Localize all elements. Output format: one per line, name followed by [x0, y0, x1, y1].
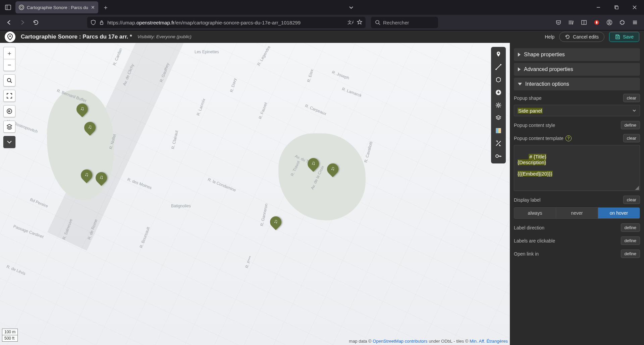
zoom-out-button[interactable]: −	[3, 59, 15, 71]
map-title[interactable]: Cartographie Sonore : Parcs du 17e arr. …	[21, 33, 132, 40]
umap-logo-icon[interactable]	[5, 31, 15, 42]
field-popup-shape: Popup shape clear Side panel	[514, 94, 640, 116]
group-advanced-properties[interactable]: Advanced properties	[514, 63, 640, 76]
center-zoom-button[interactable]	[492, 137, 504, 149]
display-label-clear-button[interactable]: clear	[623, 196, 640, 204]
osm-contributors-link[interactable]: OpenStreetMap contributors	[373, 339, 427, 344]
popup-shape-select[interactable]: Side panel	[514, 105, 640, 116]
tracking-shield-icon[interactable]	[91, 20, 96, 25]
browser-tab[interactable]: Cartographie Sonore : Parcs du ✕	[15, 1, 98, 13]
display-label-label: Display label	[514, 197, 540, 203]
street-label: Les Epinettes	[195, 50, 219, 54]
import-button[interactable]	[492, 86, 504, 98]
map-marker[interactable]: ♫	[84, 122, 96, 137]
chevron-down-icon	[632, 109, 636, 113]
lock-icon[interactable]	[99, 20, 104, 25]
browser-toolbar: https://umap.openstreetmap.fr/en/map/car…	[0, 15, 644, 30]
browser-search-box[interactable]: Rechercher	[371, 17, 438, 28]
music-note-icon: ♫	[96, 174, 107, 180]
tabs-dropdown-icon[interactable]	[344, 2, 358, 13]
svg-point-21	[500, 64, 501, 65]
map-marker[interactable]: ♫	[308, 158, 319, 173]
music-note-icon: ♫	[84, 124, 96, 130]
draw-line-button[interactable]	[492, 61, 504, 73]
map-canvas[interactable]: Les EpinettesR. CardanAv. de ClichyR. Ga…	[0, 43, 510, 345]
settings-button[interactable]	[492, 99, 504, 111]
popup-template-clear-button[interactable]: clear	[623, 134, 640, 142]
address-bar[interactable]: https://umap.openstreetmap.fr/en/map/car…	[87, 17, 366, 28]
map-bounds-button[interactable]	[492, 125, 504, 137]
music-note-icon: ♫	[81, 171, 92, 178]
chevron-down-icon	[518, 83, 522, 85]
account-icon[interactable]	[604, 17, 615, 28]
app-menu-icon[interactable]	[629, 17, 641, 28]
scale-metric: 100 m	[2, 329, 17, 335]
layers-button[interactable]	[3, 121, 15, 133]
popup-template-textarea[interactable]: # {Title} {Description} {{{Embed}|20}}}	[514, 145, 640, 191]
seg-option-never[interactable]: never	[556, 208, 598, 218]
seg-option-onhover[interactable]: on hover	[598, 208, 640, 218]
share-button[interactable]	[3, 105, 15, 117]
group-shape-properties[interactable]: Shape properties	[514, 48, 640, 61]
resize-grip-icon[interactable]	[635, 186, 639, 190]
svg-point-26	[496, 155, 498, 157]
zoom-in-button[interactable]: ＋	[3, 47, 15, 59]
label-direction-define-button[interactable]: define	[621, 223, 640, 232]
fullscreen-button[interactable]	[3, 90, 15, 102]
popup-shape-clear-button[interactable]: clear	[623, 94, 640, 102]
map-search-button[interactable]	[3, 74, 15, 86]
window-close-button[interactable]	[628, 2, 641, 13]
open-link-define-button[interactable]: define	[621, 250, 640, 258]
map-marker[interactable]: ♫	[270, 216, 281, 231]
tab-close-icon[interactable]: ✕	[91, 5, 95, 10]
svg-rect-0	[5, 5, 11, 10]
map-marker[interactable]: ♫	[327, 163, 338, 178]
sidebar-toggle-icon[interactable]	[3, 2, 13, 13]
svg-point-2	[20, 6, 23, 9]
field-popup-content-style: Popup content style define	[514, 121, 640, 129]
browser-titlebar: Cartographie Sonore : Parcs du ✕ ＋	[0, 0, 644, 15]
svg-point-23	[497, 104, 499, 106]
new-tab-button[interactable]: ＋	[100, 2, 111, 13]
popup-style-define-button[interactable]: define	[621, 121, 640, 129]
open-link-label: Open link in	[514, 251, 539, 257]
tiles-credit-link[interactable]: Min. Aff. Étrangères	[470, 339, 508, 344]
workspace: Les EpinettesR. CardanAv. de ClichyR. Ga…	[0, 43, 644, 345]
bookmark-star-icon[interactable]	[357, 19, 362, 25]
window-maximize-button[interactable]	[610, 2, 623, 13]
labels-clickable-define-button[interactable]: define	[621, 236, 640, 245]
map-scale: 100 m 500 ft	[2, 329, 18, 342]
draw-marker-button[interactable]	[492, 48, 504, 60]
translate-icon[interactable]: 文A	[347, 19, 354, 25]
nav-forward-button[interactable]	[17, 17, 28, 28]
extension-badge-icon[interactable]	[591, 17, 602, 28]
svg-point-15	[9, 35, 11, 37]
reader-icon[interactable]	[578, 17, 590, 28]
draw-polygon-button[interactable]	[492, 74, 504, 86]
field-label-direction: Label direction define	[514, 223, 640, 232]
map-marker[interactable]: ♫	[81, 169, 92, 184]
permissions-button[interactable]	[492, 150, 504, 162]
cancel-edits-button[interactable]: Cancel edits	[559, 32, 604, 42]
nav-back-button[interactable]	[3, 17, 15, 28]
help-icon[interactable]: ?	[566, 135, 572, 141]
map-marker[interactable]: ♫	[96, 172, 107, 187]
music-note-icon: ♫	[327, 165, 338, 171]
group-advanced-label: Advanced properties	[524, 66, 573, 72]
group-interaction-options[interactable]: Interaction options	[514, 78, 640, 90]
library-icon[interactable]	[566, 17, 577, 28]
tilelayers-button[interactable]	[492, 112, 504, 124]
nav-reload-button[interactable]	[30, 17, 42, 28]
popup-template-label: Popup content template	[514, 136, 564, 141]
save-button[interactable]: Save	[609, 32, 639, 42]
seg-option-always[interactable]: always	[514, 208, 556, 218]
extensions-icon[interactable]	[616, 17, 628, 28]
help-link[interactable]: Help	[545, 34, 554, 40]
more-button[interactable]	[3, 136, 15, 148]
toolbar-right-icons	[553, 17, 641, 28]
properties-panel[interactable]: Shape properties Advanced properties Int…	[510, 43, 644, 345]
map-marker[interactable]: ♫	[76, 104, 88, 118]
window-minimize-button[interactable]	[592, 2, 605, 13]
pocket-icon[interactable]	[553, 17, 564, 28]
music-note-icon: ♫	[76, 106, 88, 112]
